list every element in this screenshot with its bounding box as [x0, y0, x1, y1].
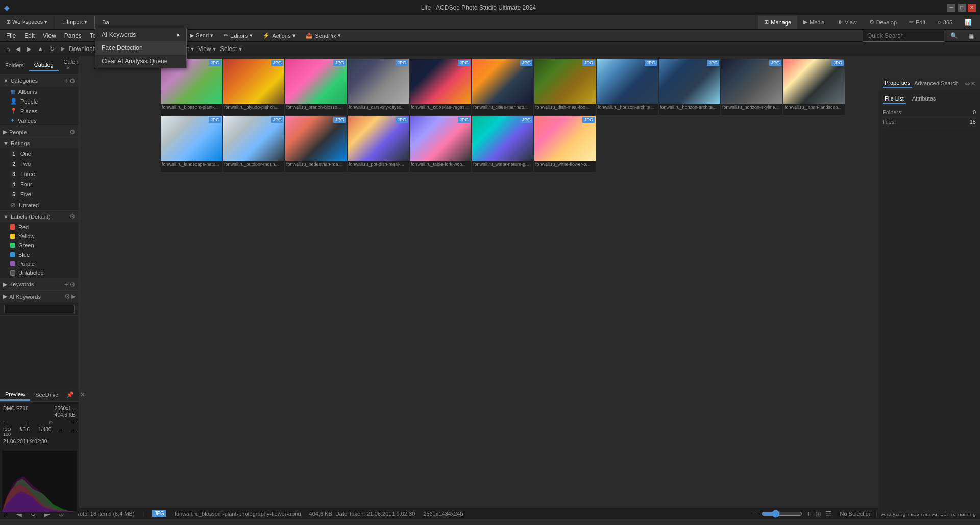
seedrive-tab[interactable]: SeeDrive [30, 390, 63, 400]
close-button[interactable]: ✕ [968, 4, 976, 12]
photo-item-12[interactable]: JPGfonwall.ru_outdoor-moun... [223, 116, 284, 172]
photo-item-10[interactable]: JPGfonwall.ru_japan-landscap... [783, 59, 845, 115]
photo-item-11[interactable]: JPGfonwall.ru_landscape-natu... [161, 116, 222, 172]
people-item[interactable]: 👤 People [0, 96, 79, 106]
view-grid-icon[interactable]: ⊞ [815, 510, 821, 518]
forward-button[interactable]: ▶ [24, 44, 33, 54]
labels-settings-button[interactable]: ⚙ [69, 213, 76, 220]
media-mode-button[interactable]: ▶ Media [797, 16, 831, 29]
ai-keywords-item[interactable]: AI Keywords ▶ [95, 28, 186, 41]
view-button[interactable]: View ▾ [198, 45, 216, 53]
home-button[interactable]: ⌂ [4, 44, 12, 54]
rating-two[interactable]: 2 Two [0, 159, 79, 169]
label-purple[interactable]: Purple [0, 259, 79, 268]
pin-button[interactable]: 📌 [63, 391, 77, 398]
photo-item-2[interactable]: JPGfonwall.ru_branch-blosso... [285, 59, 347, 115]
search-filter-button[interactable]: ▦ [964, 30, 978, 41]
maximize-button[interactable]: □ [958, 4, 966, 12]
people-header[interactable]: ▶ People ⚙ [0, 126, 79, 138]
365-mode-button[interactable]: ○ 365 [932, 16, 959, 29]
photo-item-17[interactable]: JPGfonwall.ru_white-flower-o... [534, 116, 596, 172]
zoom-in-icon[interactable]: + [806, 510, 811, 518]
ai-keywords-search[interactable] [4, 305, 75, 313]
rating-three[interactable]: 3 Three [0, 169, 79, 179]
label-yellow[interactable]: Yellow [0, 232, 79, 241]
calendar-tab[interactable]: Calendar ✕ [59, 56, 79, 74]
photo-item-4[interactable]: JPGfonwall.ru_cities-las-vegas... [410, 59, 471, 115]
various-item[interactable]: ✦ Various [0, 116, 79, 126]
photo-item-8[interactable]: JPGfonwall.ru_horizon-archite... [659, 59, 720, 115]
photo-item-7[interactable]: JPGfonwall.ru_horizon-archite... [597, 59, 658, 115]
zoom-out-icon[interactable]: ─ [752, 510, 757, 518]
preview-tab[interactable]: Preview [0, 389, 30, 401]
up-button[interactable]: ▲ [35, 44, 45, 54]
right-panel-expand[interactable]: ⇔ [965, 80, 970, 87]
attributes-tab[interactable]: Attributes [910, 94, 938, 104]
ai-keywords-expand[interactable]: ▶ [71, 293, 76, 300]
file-list-tab[interactable]: File List [883, 94, 906, 104]
catalog-tab[interactable]: Catalog [29, 59, 59, 71]
editors-button[interactable]: ✏ Editors ▾ [219, 30, 257, 41]
labels-header[interactable]: ▼ Labels (Default) ⚙ [0, 211, 79, 222]
edit-mode-button[interactable]: ✏ Edit [903, 16, 932, 29]
rating-unrated[interactable]: ⊘ Unrated [0, 199, 79, 210]
menu-edit[interactable]: Edit [20, 31, 39, 40]
places-item[interactable]: 📍 Places [0, 106, 79, 116]
view-mode-button[interactable]: 👁 View [831, 16, 863, 29]
ai-keywords-settings-button[interactable]: ⚙ [64, 293, 70, 301]
quick-search-input[interactable] [863, 30, 944, 42]
view-list-icon[interactable]: ☰ [825, 510, 832, 518]
photo-item-16[interactable]: JPGfonwall.ru_water-nature-g... [472, 116, 533, 172]
categories-header[interactable]: ▼ Categories + ⚙ [0, 74, 79, 87]
back-button[interactable]: ◀ [14, 44, 22, 54]
advanced-search-tab[interactable]: Advanced Search [912, 79, 961, 87]
face-detection-item[interactable]: Face Detection [95, 41, 186, 55]
rating-one[interactable]: 1 One [0, 148, 79, 159]
add-keyword-button[interactable]: + [64, 280, 68, 288]
send-button[interactable]: ▶ Send ▾ [186, 30, 217, 41]
window-controls[interactable]: ─ □ ✕ [947, 4, 976, 12]
photo-item-9[interactable]: JPGfonwall.ru_horizon-skyline... [721, 59, 782, 115]
search-button[interactable]: 🔍 [946, 30, 962, 41]
menu-panes[interactable]: Panes [60, 31, 86, 40]
menu-view[interactable]: View [39, 31, 60, 40]
rating-five[interactable]: 5 Five [0, 189, 79, 199]
label-green[interactable]: Green [0, 241, 79, 250]
photo-item-13[interactable]: JPGfonwall.ru_pedestrian-roa... [285, 116, 347, 172]
workspaces-button[interactable]: ⊞ Workspaces ▾ [2, 17, 52, 28]
select-button[interactable]: Select ▾ [220, 45, 242, 53]
photo-item-5[interactable]: JPGfonwall.ru_cities-manhatt... [472, 59, 533, 115]
photo-item-3[interactable]: JPGfonwall.ru_cars-city-citysc... [348, 59, 409, 115]
stats-mode-button[interactable]: 📊 [959, 16, 978, 29]
label-red[interactable]: Red [0, 222, 79, 232]
photo-item-1[interactable]: JPGfonwall.ru_blyudo-pishch... [223, 59, 284, 115]
sendpix-button[interactable]: 📤 SendPix ▾ [302, 30, 345, 41]
ba-button[interactable]: Ba [98, 17, 113, 28]
folders-tab[interactable]: Folders [0, 60, 29, 71]
properties-tab[interactable]: Properties [883, 79, 912, 88]
clear-ai-queue-item[interactable]: Clear AI Analysis Queue [95, 55, 186, 68]
calendar-close[interactable]: ✕ [66, 65, 70, 71]
categories-settings-button[interactable]: ⚙ [69, 77, 76, 85]
label-blue[interactable]: Blue [0, 250, 79, 259]
refresh-button[interactable]: ↻ [47, 44, 57, 54]
photo-item-14[interactable]: JPGfonwall.ru_pot-dish-meal-... [348, 116, 409, 172]
minimize-button[interactable]: ─ [947, 4, 955, 12]
manage-mode-button[interactable]: ⊞ Manage [758, 16, 797, 29]
import-button[interactable]: ↓ Import ▾ [58, 17, 91, 28]
label-unlabeled[interactable]: Unlabeled [0, 268, 79, 278]
people-settings-button[interactable]: ⚙ [69, 128, 76, 136]
add-category-button[interactable]: + [64, 77, 68, 85]
keywords-settings-button[interactable]: ⚙ [69, 281, 76, 288]
zoom-slider[interactable] [762, 510, 802, 518]
albums-item[interactable]: ▦ Albums [0, 87, 79, 96]
close-preview-button[interactable]: ✕ [77, 391, 88, 398]
actions-button[interactable]: ⚡ Actions ▾ [259, 30, 300, 41]
ratings-header[interactable]: ▼ Ratings [0, 138, 79, 148]
develop-mode-button[interactable]: ⚙ Develop [863, 16, 903, 29]
photo-item-6[interactable]: JPGfonwall.ru_dish-meal-foo... [534, 59, 596, 115]
right-panel-close[interactable]: ✕ [970, 80, 976, 87]
keywords-header[interactable]: ▶ Keywords + ⚙ [0, 278, 79, 290]
rating-four[interactable]: 4 Four [0, 179, 79, 189]
ai-keywords-header[interactable]: ▶ AI Keywords ⚙ ▶ [0, 291, 79, 303]
